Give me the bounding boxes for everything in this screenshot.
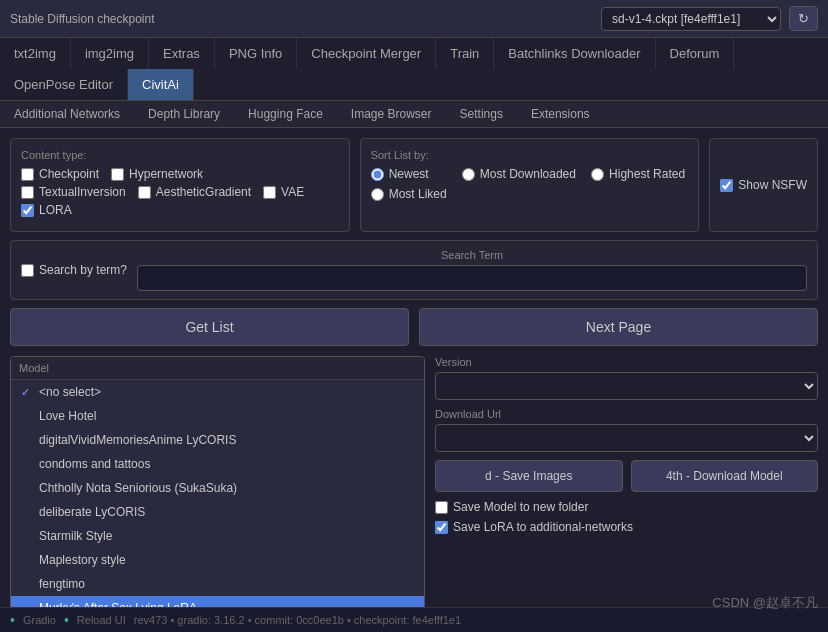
sort-label: Sort List by: <box>371 149 689 161</box>
sort-panel: Sort List by: NewestMost DownloadedHighe… <box>360 138 700 232</box>
top-bar: Stable Diffusion checkpoint sd-v1-4.ckpt… <box>0 0 828 38</box>
sort-newest[interactable]: Newest <box>371 167 450 181</box>
main-content: Content type: CheckpointHypernetworkText… <box>0 128 828 632</box>
model-list-item[interactable]: deliberate LyCORIS <box>11 500 424 524</box>
content-type-lora[interactable]: LORA <box>21 203 72 217</box>
subnav-additional-networks[interactable]: Additional Networks <box>0 101 134 127</box>
content-type-label: Content type: <box>21 149 339 161</box>
nav-tab-batchlinks-downloader[interactable]: Batchlinks Downloader <box>494 38 655 69</box>
get-list-button[interactable]: Get List <box>10 308 409 346</box>
subnav-image-browser[interactable]: Image Browser <box>337 101 446 127</box>
content-type-vae[interactable]: VAE <box>263 185 304 199</box>
version-select[interactable] <box>435 372 818 400</box>
nav-tabs: txt2imgimg2imgExtrasPNG InfoCheckpoint M… <box>0 38 828 101</box>
status-reload[interactable]: Reload UI <box>77 614 126 626</box>
download-url-label: Download Url <box>435 408 818 420</box>
status-gradio[interactable]: Gradio <box>23 614 56 626</box>
search-term-label: Search Term <box>137 249 807 261</box>
action-buttons: d - Save Images4th - Download Model <box>435 460 818 492</box>
download-url-select[interactable] <box>435 424 818 452</box>
version-label: Version <box>435 356 818 368</box>
search-term-group: Search Term <box>137 249 807 291</box>
save-options: Save Model to new folderSave LoRA to add… <box>435 500 818 534</box>
next-page-button[interactable]: Next Page <box>419 308 818 346</box>
nav-tab-extras[interactable]: Extras <box>149 38 215 69</box>
refresh-button[interactable]: ↻ <box>789 6 818 31</box>
nav-tab-train[interactable]: Train <box>436 38 494 69</box>
sort-most_downloaded[interactable]: Most Downloaded <box>462 167 579 181</box>
model-list[interactable]: ✓<no select>Love HoteldigitalVividMemori… <box>11 380 424 632</box>
btn-row: Get List Next Page <box>10 308 818 346</box>
nav-tab-deforum[interactable]: Deforum <box>656 38 735 69</box>
model-list-item[interactable]: digitalVividMemoriesAnime LyCORIS <box>11 428 424 452</box>
content-type-hypernetwork[interactable]: Hypernetwork <box>111 167 203 181</box>
nsfw-box: Show NSFW <box>709 138 818 232</box>
top-bar-title: Stable Diffusion checkpoint <box>10 12 593 26</box>
search-row: Search by term? Search Term <box>10 240 818 300</box>
content-type-textualinversion[interactable]: TextualInversion <box>21 185 126 199</box>
save-option[interactable]: Save LoRA to additional-networks <box>435 520 818 534</box>
nav-tab-png-info[interactable]: PNG Info <box>215 38 297 69</box>
content-type-panel: Content type: CheckpointHypernetworkText… <box>10 138 350 232</box>
nav-tab-openpose-editor[interactable]: OpenPose Editor <box>0 69 128 100</box>
nav-tab-img2img[interactable]: img2img <box>71 38 149 69</box>
subnav-hugging-face[interactable]: Hugging Face <box>234 101 337 127</box>
subnav-extensions[interactable]: Extensions <box>517 101 604 127</box>
search-term-input[interactable] <box>137 265 807 291</box>
status-dot: • <box>10 612 15 628</box>
model-list-item[interactable]: Starmilk Style <box>11 524 424 548</box>
search-by-term-label[interactable]: Search by term? <box>21 263 127 277</box>
download-url-row: Download Url <box>435 408 818 452</box>
bottom-area: Model ✓<no select>Love HoteldigitalVivid… <box>10 356 818 632</box>
nsfw-label[interactable]: Show NSFW <box>720 178 807 192</box>
save-option[interactable]: Save Model to new folder <box>435 500 818 514</box>
content-type-aestheticgradient[interactable]: AestheticGradient <box>138 185 251 199</box>
model-panel-header: Model <box>11 357 424 380</box>
model-list-item[interactable]: fengtimo <box>11 572 424 596</box>
status-info: rev473 • gradio: 3.16.2 • commit: 0cc0ee… <box>134 614 461 626</box>
right-panel: Version Download Url d - Save Images4th … <box>435 356 818 632</box>
status-dot2: • <box>64 612 69 628</box>
nav-tab-txt2img[interactable]: txt2img <box>0 38 71 69</box>
nav-tab-checkpoint-merger[interactable]: Checkpoint Merger <box>297 38 436 69</box>
model-list-item[interactable]: Chtholly Nota Seniorious (SukaSuka) <box>11 476 424 500</box>
model-select[interactable]: sd-v1-4.ckpt [fe4efff1e1] <box>601 7 781 31</box>
sort-most_liked[interactable]: Most Liked <box>371 187 450 201</box>
subnav-depth-library[interactable]: Depth Library <box>134 101 234 127</box>
sub-nav: Additional NetworksDepth LibraryHugging … <box>0 101 828 128</box>
model-list-item[interactable]: Love Hotel <box>11 404 424 428</box>
version-row: Version <box>435 356 818 400</box>
model-list-item[interactable]: Maplestory style <box>11 548 424 572</box>
model-list-item[interactable]: ✓<no select> <box>11 380 424 404</box>
sort-highest_rated[interactable]: Highest Rated <box>591 167 688 181</box>
subnav-settings[interactable]: Settings <box>446 101 517 127</box>
status-bar: • Gradio • Reload UI rev473 • gradio: 3.… <box>0 607 828 632</box>
model-list-item[interactable]: condoms and tattoos <box>11 452 424 476</box>
nsfw-checkbox[interactable] <box>720 179 733 192</box>
model-panel: Model ✓<no select>Love HoteldigitalVivid… <box>10 356 425 632</box>
content-type-checkpoint[interactable]: Checkpoint <box>21 167 99 181</box>
action-btn-d---save-images[interactable]: d - Save Images <box>435 460 623 492</box>
action-btn-4th---download-model[interactable]: 4th - Download Model <box>631 460 819 492</box>
nav-tab-civitai[interactable]: CivitAi <box>128 69 194 100</box>
search-by-term-checkbox[interactable] <box>21 264 34 277</box>
